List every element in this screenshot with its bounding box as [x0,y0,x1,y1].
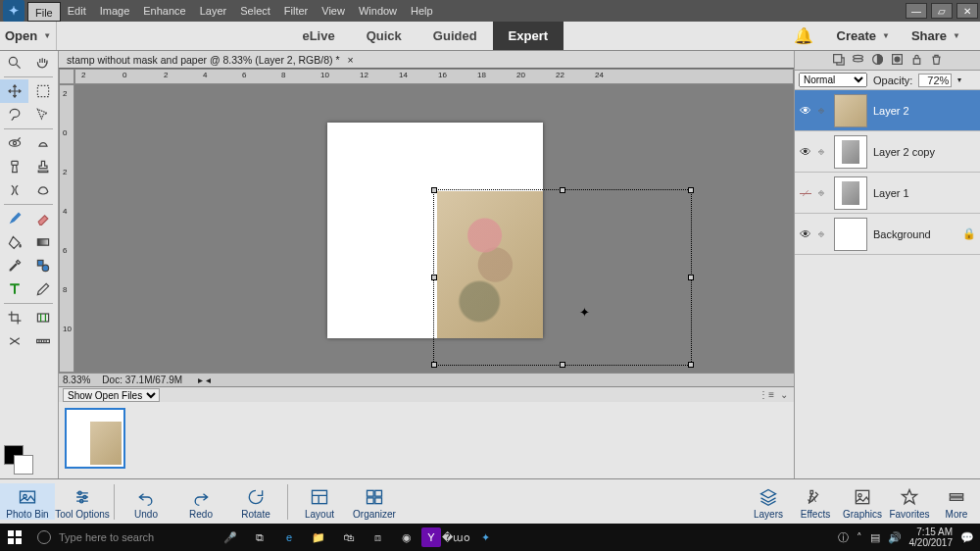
layer-thumbnail[interactable] [834,218,867,251]
window-maximize[interactable]: ▱ [931,3,953,19]
action-center-icon[interactable]: 💬 [960,531,974,544]
visibility-toggle[interactable]: ⟋ [799,186,812,200]
steam-icon[interactable]: �աօ [441,524,470,551]
cmd-favorites[interactable]: Favorites [886,483,933,520]
zoom-level[interactable]: 8.33% [63,375,90,385]
menu-help[interactable]: Help [404,0,440,22]
handle-sw[interactable] [431,362,437,368]
cmd-tooloptions[interactable]: Tool Options [55,483,110,520]
visibility-toggle[interactable]: 👁 [799,145,812,159]
cmd-undo[interactable]: Undo [119,483,173,520]
handle-s[interactable] [560,362,565,368]
menu-view[interactable]: View [315,0,352,22]
smudge-tool[interactable] [0,178,28,202]
mode-quick[interactable]: Quick [351,22,417,50]
handle-n[interactable] [560,187,565,193]
stamp-tool[interactable] [28,155,57,178]
close-tab-icon[interactable]: × [348,54,354,66]
cmd-effects[interactable]: fxEffects [792,483,839,520]
visibility-toggle[interactable]: 👁 [799,227,812,241]
layer-thumbnail[interactable] [834,135,867,169]
opacity-input[interactable]: 72% [918,74,952,87]
create-button[interactable]: Create▼ [829,28,898,43]
notification-bell-icon[interactable]: 🔔 [794,26,813,45]
mode-expert[interactable]: Expert [493,22,564,50]
start-button[interactable] [0,524,29,551]
marquee-tool[interactable] [28,79,57,103]
spot-heal-tool[interactable] [0,155,28,178]
taskbar-search[interactable]: Type here to search [29,530,216,544]
mode-elive[interactable]: eLive [286,22,350,50]
edge-icon[interactable]: e [274,524,304,551]
crop-tool[interactable] [0,306,28,329]
yahoo-icon[interactable]: Y [421,527,441,547]
layer-row[interactable]: 👁⎆Layer 2 copy [795,131,980,173]
layer-thumbnail[interactable] [834,176,867,210]
adjust-layer-icon[interactable] [871,53,884,68]
redeye-tool[interactable] [0,131,28,155]
background-swatch[interactable] [14,455,33,475]
color-swatches[interactable] [0,439,58,478]
cmd-layers[interactable]: Layers [745,483,792,520]
straighten-tool[interactable] [28,329,57,353]
chrome-icon[interactable]: ◉ [392,524,421,551]
canvas-viewport[interactable]: ✦ [74,84,794,373]
layer-row[interactable]: 👁⎆Layer 2 [795,90,980,131]
share-button[interactable]: Share▼ [904,28,968,43]
hand-tool[interactable] [28,51,57,75]
dropbox-icon[interactable]: ⧈ [363,524,392,551]
cmd-rotate[interactable]: Rotate [228,483,283,520]
link-slot[interactable]: ⎆ [818,105,828,116]
mask-icon[interactable] [891,53,904,68]
fill-tool[interactable] [0,230,28,254]
menu-filter[interactable]: Filter [277,0,315,22]
layer-row[interactable]: 👁⎆Background🔒 [795,214,980,255]
handle-se[interactable] [688,362,694,368]
photobin-dropdown[interactable]: Show Open Files [63,388,160,402]
tray-up-icon[interactable]: ˄ [857,531,862,544]
eyedropper-tool[interactable] [0,254,28,277]
bin-menu-icon[interactable]: ⋮≡ [759,389,774,400]
cmd-redo[interactable]: Redo [173,483,228,520]
menu-layer[interactable]: Layer [193,0,234,22]
delete-layer-icon[interactable] [930,53,943,68]
cmd-more[interactable]: More [933,483,980,520]
handle-ne[interactable] [688,187,694,193]
menu-select[interactable]: Select [233,0,277,22]
new-layer-icon[interactable] [832,53,845,68]
sponge-tool[interactable] [28,178,57,202]
handle-nw[interactable] [431,187,437,193]
mode-guided[interactable]: Guided [417,22,493,50]
cmd-layout[interactable]: Layout [292,483,347,520]
cmd-graphics[interactable]: Graphics [839,483,886,520]
lasso-tool[interactable] [0,103,28,126]
eraser-tool[interactable] [28,207,57,230]
blend-mode-select[interactable]: Normal [799,73,867,87]
taskbar-clock[interactable]: 7:15 AM4/20/2017 [909,526,954,548]
link-slot[interactable]: ⎆ [818,146,828,157]
brush-tool[interactable] [0,207,28,230]
type-tool[interactable] [0,277,28,301]
taskview-icon[interactable]: ⧉ [245,524,274,551]
whiten-tool[interactable] [28,131,57,155]
lock-icon[interactable] [910,53,923,68]
menu-enhance[interactable]: Enhance [136,0,192,22]
document-tab[interactable]: stamp without mask and paper @ 8.33% (La… [59,51,794,69]
bin-thumbnail[interactable] [65,408,125,469]
mic-icon[interactable]: 🎤 [216,524,245,551]
new-group-icon[interactable] [852,53,864,68]
tray-help-icon[interactable]: ⓘ [838,530,849,545]
menu-window[interactable]: Window [352,0,404,22]
bin-collapse-icon[interactable]: ⌄ [780,389,788,400]
layer-thumbnail[interactable] [834,94,867,127]
transform-box[interactable] [433,189,692,366]
layer-row[interactable]: ⟋⎆Layer 1 [795,173,980,214]
tray-volume-icon[interactable]: 🔊 [888,531,902,544]
anchor-point-icon[interactable]: ✦ [579,305,590,320]
pse-icon[interactable]: ✦ [470,524,500,551]
gradient-tool[interactable] [28,230,57,254]
window-close[interactable]: ✕ [956,3,978,19]
quick-select-tool[interactable] [28,103,57,126]
tray-network-icon[interactable]: ▤ [870,531,880,544]
link-slot[interactable]: ⎆ [818,228,828,239]
